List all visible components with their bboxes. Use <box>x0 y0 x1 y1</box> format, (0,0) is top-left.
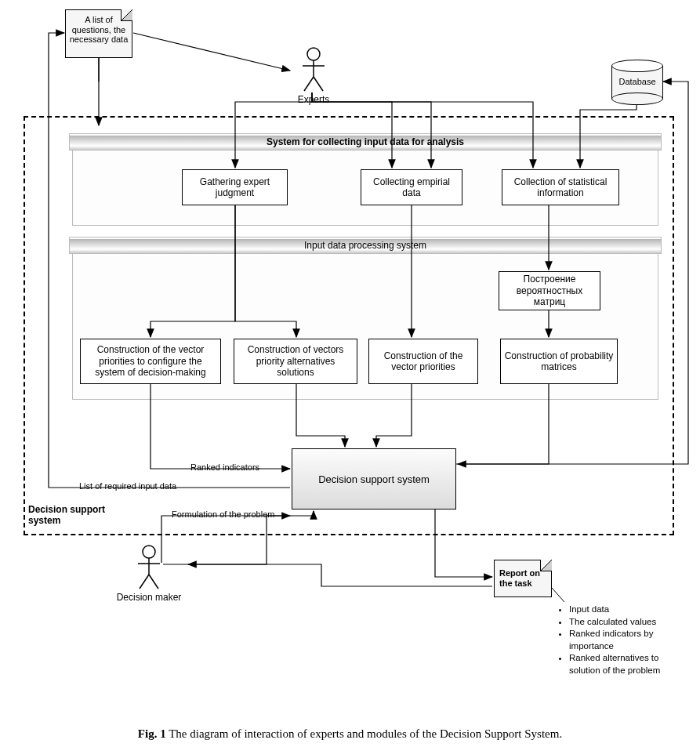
svg-point-5 <box>143 546 155 558</box>
box-prob-matrices: Construction of probability matrices <box>500 339 618 384</box>
input-collection-title-bar: System for collecting input data for ana… <box>69 133 662 150</box>
figure-caption: Fig. 1 The diagram of interaction of exp… <box>0 713 700 747</box>
box-prob-matrix-ru-text: Построение вероятностных матриц <box>502 274 597 307</box>
box-prob-matrices-text: Construction of probability matrices <box>504 350 614 373</box>
actor-experts: Experts <box>290 47 337 105</box>
actor-decision-maker: Decision maker <box>110 545 188 603</box>
report-list: Input data The calculated values Ranked … <box>557 604 690 676</box>
svg-line-8 <box>140 575 149 589</box>
database-label: Database <box>611 77 663 86</box>
report-item: Ranked indicators by importance <box>569 628 690 652</box>
stick-figure-icon <box>135 545 163 590</box>
box-vector-priorities: Construction of the vector priorities <box>368 339 478 384</box>
box-vector-priorities-text: Construction of the vector priorities <box>372 350 474 373</box>
box-collect-statistical: Collection of statistical information <box>502 169 619 205</box>
box-vector-config: Construction of the vector priorities to… <box>80 339 221 384</box>
note-questions-text: A list of questions, the necessary data <box>70 15 129 44</box>
box-collect-statistical-text: Collection of statistical information <box>506 176 615 199</box>
box-vector-alternatives-text: Construction of vectors priority alterna… <box>238 344 354 378</box>
input-collection-title: System for collecting input data for ana… <box>267 136 464 147</box>
box-prob-matrix-ru: Построение вероятностных матриц <box>499 271 600 310</box>
box-gather-expert: Gathering expert judgment <box>182 169 288 205</box>
caption-text: The diagram of interaction of experts an… <box>166 727 562 740</box>
box-gather-expert-text: Gathering expert judgment <box>186 176 284 199</box>
svg-line-9 <box>149 575 158 589</box>
diagram-canvas: Decision support system A list of questi… <box>0 0 700 713</box>
label-list-required: List of required input data <box>78 481 177 491</box>
caption-bold: Fig. 1 <box>138 727 166 740</box>
note-report: Report on the task <box>494 560 552 597</box>
label-ranked-indicators: Ranked indicators <box>190 462 260 472</box>
label-formulation: Formulation of the problem <box>171 509 275 519</box>
box-collect-empirical: Collecting empirial data <box>361 169 462 205</box>
dss-box-text: Decision support system <box>318 473 430 485</box>
svg-line-3 <box>304 77 314 91</box>
note-questions: A list of questions, the necessary data <box>65 9 132 58</box>
dss-frame-label: Decision support system <box>28 505 130 527</box>
report-item: Input data <box>569 604 690 616</box>
box-collect-empirical-text: Collecting empirial data <box>365 176 459 199</box>
decision-maker-label: Decision maker <box>110 592 188 603</box>
report-item: The calculated values <box>569 616 690 629</box>
processing-title: Input data processing system <box>304 240 426 251</box>
processing-title-bar: Input data processing system <box>69 237 662 254</box>
report-item: Ranked alternatives to solution of the p… <box>569 652 690 676</box>
database-cylinder: Database <box>611 60 663 105</box>
note-report-text: Report on the task <box>499 568 540 588</box>
stick-figure-icon <box>299 47 328 92</box>
experts-label: Experts <box>290 94 337 105</box>
svg-line-4 <box>314 77 323 91</box>
box-vector-alternatives: Construction of vectors priority alterna… <box>234 339 357 384</box>
dss-box: Decision support system <box>292 448 456 509</box>
box-vector-config-text: Construction of the vector priorities to… <box>84 344 217 378</box>
svg-point-0 <box>307 48 320 60</box>
